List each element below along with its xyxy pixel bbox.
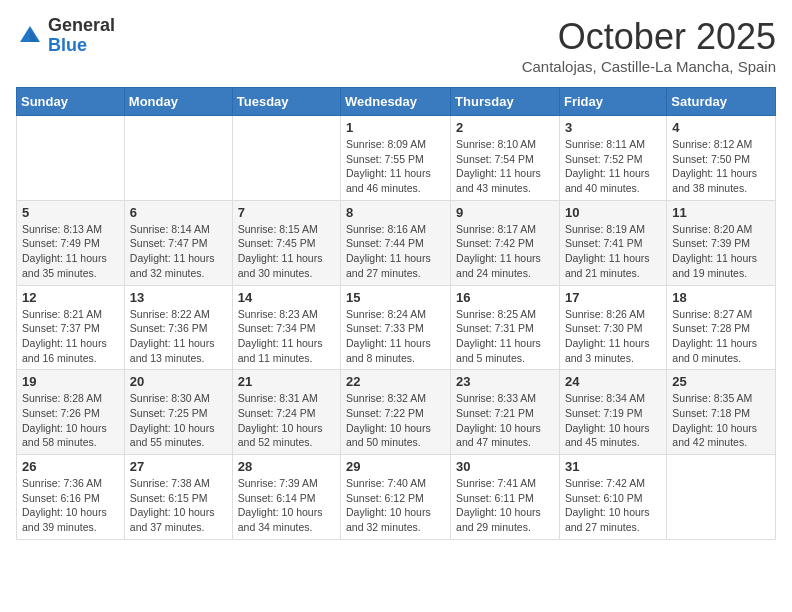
- day-number: 26: [22, 459, 119, 474]
- day-number: 7: [238, 205, 335, 220]
- calendar-cell: [17, 116, 125, 201]
- calendar-body: 1Sunrise: 8:09 AM Sunset: 7:55 PM Daylig…: [17, 116, 776, 540]
- calendar-cell: 3Sunrise: 8:11 AM Sunset: 7:52 PM Daylig…: [559, 116, 666, 201]
- calendar-cell: 5Sunrise: 8:13 AM Sunset: 7:49 PM Daylig…: [17, 200, 125, 285]
- day-info: Sunrise: 7:38 AM Sunset: 6:15 PM Dayligh…: [130, 476, 227, 535]
- day-number: 9: [456, 205, 554, 220]
- weekday-header-sunday: Sunday: [17, 88, 125, 116]
- calendar-week-row: 12Sunrise: 8:21 AM Sunset: 7:37 PM Dayli…: [17, 285, 776, 370]
- day-info: Sunrise: 8:13 AM Sunset: 7:49 PM Dayligh…: [22, 222, 119, 281]
- day-number: 17: [565, 290, 661, 305]
- calendar-cell: 12Sunrise: 8:21 AM Sunset: 7:37 PM Dayli…: [17, 285, 125, 370]
- day-info: Sunrise: 8:30 AM Sunset: 7:25 PM Dayligh…: [130, 391, 227, 450]
- day-number: 2: [456, 120, 554, 135]
- calendar-week-row: 1Sunrise: 8:09 AM Sunset: 7:55 PM Daylig…: [17, 116, 776, 201]
- calendar-cell: 9Sunrise: 8:17 AM Sunset: 7:42 PM Daylig…: [451, 200, 560, 285]
- day-number: 18: [672, 290, 770, 305]
- day-number: 20: [130, 374, 227, 389]
- day-info: Sunrise: 8:26 AM Sunset: 7:30 PM Dayligh…: [565, 307, 661, 366]
- calendar-cell: 18Sunrise: 8:27 AM Sunset: 7:28 PM Dayli…: [667, 285, 776, 370]
- calendar-cell: 4Sunrise: 8:12 AM Sunset: 7:50 PM Daylig…: [667, 116, 776, 201]
- day-info: Sunrise: 7:42 AM Sunset: 6:10 PM Dayligh…: [565, 476, 661, 535]
- day-number: 10: [565, 205, 661, 220]
- calendar-table: SundayMondayTuesdayWednesdayThursdayFrid…: [16, 87, 776, 540]
- day-info: Sunrise: 8:12 AM Sunset: 7:50 PM Dayligh…: [672, 137, 770, 196]
- day-info: Sunrise: 8:35 AM Sunset: 7:18 PM Dayligh…: [672, 391, 770, 450]
- day-number: 28: [238, 459, 335, 474]
- calendar-cell: 11Sunrise: 8:20 AM Sunset: 7:39 PM Dayli…: [667, 200, 776, 285]
- day-info: Sunrise: 8:15 AM Sunset: 7:45 PM Dayligh…: [238, 222, 335, 281]
- calendar-cell: 29Sunrise: 7:40 AM Sunset: 6:12 PM Dayli…: [341, 455, 451, 540]
- day-info: Sunrise: 8:31 AM Sunset: 7:24 PM Dayligh…: [238, 391, 335, 450]
- day-info: Sunrise: 7:39 AM Sunset: 6:14 PM Dayligh…: [238, 476, 335, 535]
- calendar-cell: 23Sunrise: 8:33 AM Sunset: 7:21 PM Dayli…: [451, 370, 560, 455]
- day-number: 6: [130, 205, 227, 220]
- calendar-cell: 10Sunrise: 8:19 AM Sunset: 7:41 PM Dayli…: [559, 200, 666, 285]
- calendar-cell: 22Sunrise: 8:32 AM Sunset: 7:22 PM Dayli…: [341, 370, 451, 455]
- day-info: Sunrise: 8:28 AM Sunset: 7:26 PM Dayligh…: [22, 391, 119, 450]
- day-info: Sunrise: 8:19 AM Sunset: 7:41 PM Dayligh…: [565, 222, 661, 281]
- calendar-cell: 17Sunrise: 8:26 AM Sunset: 7:30 PM Dayli…: [559, 285, 666, 370]
- calendar-cell: [232, 116, 340, 201]
- day-info: Sunrise: 8:32 AM Sunset: 7:22 PM Dayligh…: [346, 391, 445, 450]
- weekday-header-tuesday: Tuesday: [232, 88, 340, 116]
- calendar-cell: 16Sunrise: 8:25 AM Sunset: 7:31 PM Dayli…: [451, 285, 560, 370]
- day-number: 4: [672, 120, 770, 135]
- weekday-header-monday: Monday: [124, 88, 232, 116]
- logo-icon: [16, 22, 44, 50]
- weekday-header-row: SundayMondayTuesdayWednesdayThursdayFrid…: [17, 88, 776, 116]
- day-info: Sunrise: 8:25 AM Sunset: 7:31 PM Dayligh…: [456, 307, 554, 366]
- day-number: 13: [130, 290, 227, 305]
- calendar-cell: 8Sunrise: 8:16 AM Sunset: 7:44 PM Daylig…: [341, 200, 451, 285]
- day-info: Sunrise: 8:33 AM Sunset: 7:21 PM Dayligh…: [456, 391, 554, 450]
- calendar-cell: 28Sunrise: 7:39 AM Sunset: 6:14 PM Dayli…: [232, 455, 340, 540]
- calendar-week-row: 19Sunrise: 8:28 AM Sunset: 7:26 PM Dayli…: [17, 370, 776, 455]
- weekday-header-saturday: Saturday: [667, 88, 776, 116]
- day-number: 24: [565, 374, 661, 389]
- day-number: 31: [565, 459, 661, 474]
- page-header: General Blue October 2025 Cantalojas, Ca…: [16, 16, 776, 75]
- day-number: 22: [346, 374, 445, 389]
- day-info: Sunrise: 8:21 AM Sunset: 7:37 PM Dayligh…: [22, 307, 119, 366]
- day-info: Sunrise: 7:36 AM Sunset: 6:16 PM Dayligh…: [22, 476, 119, 535]
- day-info: Sunrise: 8:34 AM Sunset: 7:19 PM Dayligh…: [565, 391, 661, 450]
- day-info: Sunrise: 8:10 AM Sunset: 7:54 PM Dayligh…: [456, 137, 554, 196]
- day-number: 23: [456, 374, 554, 389]
- calendar-cell: 14Sunrise: 8:23 AM Sunset: 7:34 PM Dayli…: [232, 285, 340, 370]
- location-subtitle: Cantalojas, Castille-La Mancha, Spain: [522, 58, 776, 75]
- calendar-cell: 24Sunrise: 8:34 AM Sunset: 7:19 PM Dayli…: [559, 370, 666, 455]
- day-info: Sunrise: 8:22 AM Sunset: 7:36 PM Dayligh…: [130, 307, 227, 366]
- title-block: October 2025 Cantalojas, Castille-La Man…: [522, 16, 776, 75]
- calendar-cell: 19Sunrise: 8:28 AM Sunset: 7:26 PM Dayli…: [17, 370, 125, 455]
- day-number: 16: [456, 290, 554, 305]
- calendar-cell: 31Sunrise: 7:42 AM Sunset: 6:10 PM Dayli…: [559, 455, 666, 540]
- weekday-header-wednesday: Wednesday: [341, 88, 451, 116]
- day-info: Sunrise: 8:09 AM Sunset: 7:55 PM Dayligh…: [346, 137, 445, 196]
- calendar-week-row: 26Sunrise: 7:36 AM Sunset: 6:16 PM Dayli…: [17, 455, 776, 540]
- day-info: Sunrise: 7:40 AM Sunset: 6:12 PM Dayligh…: [346, 476, 445, 535]
- calendar-cell: 7Sunrise: 8:15 AM Sunset: 7:45 PM Daylig…: [232, 200, 340, 285]
- logo: General Blue: [16, 16, 115, 56]
- day-number: 14: [238, 290, 335, 305]
- day-number: 11: [672, 205, 770, 220]
- day-info: Sunrise: 8:20 AM Sunset: 7:39 PM Dayligh…: [672, 222, 770, 281]
- day-number: 12: [22, 290, 119, 305]
- calendar-cell: 30Sunrise: 7:41 AM Sunset: 6:11 PM Dayli…: [451, 455, 560, 540]
- calendar-cell: 6Sunrise: 8:14 AM Sunset: 7:47 PM Daylig…: [124, 200, 232, 285]
- day-info: Sunrise: 8:16 AM Sunset: 7:44 PM Dayligh…: [346, 222, 445, 281]
- day-number: 29: [346, 459, 445, 474]
- calendar-cell: 21Sunrise: 8:31 AM Sunset: 7:24 PM Dayli…: [232, 370, 340, 455]
- logo-blue-text: Blue: [48, 36, 115, 56]
- day-info: Sunrise: 8:27 AM Sunset: 7:28 PM Dayligh…: [672, 307, 770, 366]
- weekday-header-thursday: Thursday: [451, 88, 560, 116]
- day-number: 30: [456, 459, 554, 474]
- day-info: Sunrise: 8:17 AM Sunset: 7:42 PM Dayligh…: [456, 222, 554, 281]
- day-number: 15: [346, 290, 445, 305]
- day-info: Sunrise: 8:23 AM Sunset: 7:34 PM Dayligh…: [238, 307, 335, 366]
- calendar-cell: 25Sunrise: 8:35 AM Sunset: 7:18 PM Dayli…: [667, 370, 776, 455]
- day-number: 8: [346, 205, 445, 220]
- calendar-cell: 2Sunrise: 8:10 AM Sunset: 7:54 PM Daylig…: [451, 116, 560, 201]
- day-number: 3: [565, 120, 661, 135]
- calendar-cell: 27Sunrise: 7:38 AM Sunset: 6:15 PM Dayli…: [124, 455, 232, 540]
- calendar-cell: [124, 116, 232, 201]
